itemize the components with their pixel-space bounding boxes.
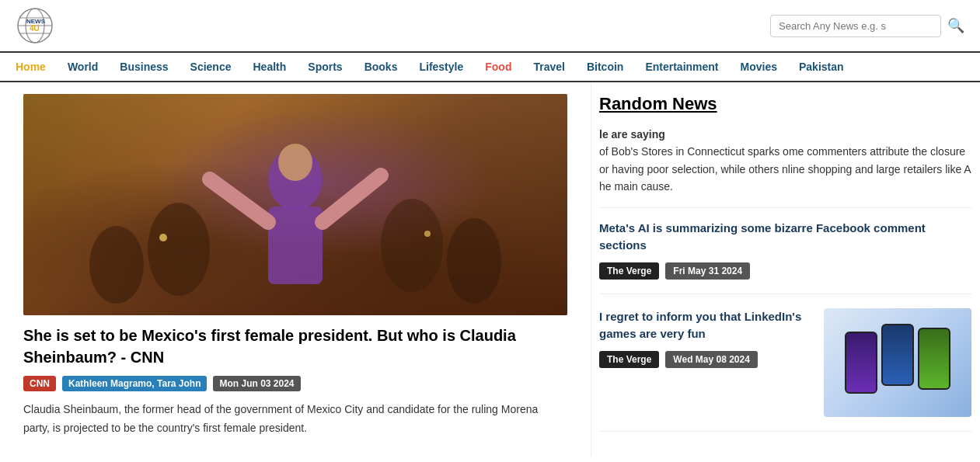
nav-bar: Home World Business Science Health Sport… <box>0 51 980 82</box>
svg-text:4U: 4U <box>30 24 40 33</box>
svg-point-15 <box>89 226 144 304</box>
phone-mockup <box>824 308 971 417</box>
nav-item-movies[interactable]: Movies <box>741 61 777 73</box>
news-card-0: Meta's AI is summarizing some bizarre Fa… <box>599 220 971 294</box>
search-container: 🔍 <box>770 15 964 37</box>
nav-item-pakistan[interactable]: Pakistan <box>799 61 844 73</box>
partial-article-card: le are saying of Bob's Stores in Connect… <box>599 126 971 208</box>
partial-article-text: le are saying of Bob's Stores in Connect… <box>599 126 971 196</box>
logo[interactable]: NEWS 4U <box>16 6 54 45</box>
phone-2 <box>881 324 914 386</box>
nav-item-business[interactable]: Business <box>120 61 168 73</box>
nav-item-travel[interactable]: Travel <box>533 61 564 73</box>
author-badge: Kathleen Magramo, Tara John <box>62 376 207 391</box>
nav-item-home[interactable]: Home <box>16 61 46 73</box>
date-badge: Mon Jun 03 2024 <box>213 376 300 391</box>
phone-1 <box>845 332 877 394</box>
news-badges-0: The Verge Fri May 31 2024 <box>599 262 971 280</box>
svg-point-18 <box>424 231 431 237</box>
news-card-text-0: Meta's AI is summarizing some bizarre Fa… <box>599 220 971 280</box>
header: NEWS 4U 🔍 <box>0 0 980 51</box>
left-column: She is set to be Mexico's first female p… <box>0 82 591 457</box>
partial-headline-fragment: le are saying <box>599 128 665 141</box>
news-headline-1[interactable]: I regret to inform you that LinkedIn's g… <box>599 308 816 343</box>
nav-item-entertainment[interactable]: Entertainment <box>645 61 718 73</box>
svg-rect-9 <box>268 207 323 284</box>
search-button[interactable]: 🔍 <box>947 17 964 34</box>
random-news-title: Random News <box>599 94 971 114</box>
main-content: She is set to be Mexico's first female p… <box>0 82 980 457</box>
nav-item-health[interactable]: Health <box>253 61 287 73</box>
svg-point-16 <box>447 218 501 304</box>
nav-item-bitcoin[interactable]: Bitcoin <box>587 61 623 73</box>
nav-item-world[interactable]: World <box>68 61 98 73</box>
hero-svg <box>23 94 567 315</box>
svg-point-14 <box>381 199 443 292</box>
news-card-1: I regret to inform you that LinkedIn's g… <box>599 308 971 432</box>
news-badges-1: The Verge Wed May 08 2024 <box>599 351 816 368</box>
news-card-image-1 <box>824 308 971 417</box>
article-title[interactable]: She is set to be Mexico's first female p… <box>23 325 567 368</box>
search-input[interactable] <box>770 15 941 37</box>
logo-icon: NEWS 4U <box>16 6 54 45</box>
nav-item-lifestyle[interactable]: Lifestyle <box>419 61 463 73</box>
right-column: Random News le are saying of Bob's Store… <box>591 82 979 457</box>
nav-item-books[interactable]: Books <box>364 61 398 73</box>
news-headline-0[interactable]: Meta's AI is summarizing some bizarre Fa… <box>599 220 971 255</box>
nav-item-food[interactable]: Food <box>485 61 511 73</box>
nav-item-science[interactable]: Science <box>190 61 232 73</box>
svg-point-13 <box>148 203 210 296</box>
source-verge-0: The Verge <box>599 262 659 280</box>
article-meta: CNN Kathleen Magramo, Tara John Mon Jun … <box>23 376 579 391</box>
source-badge: CNN <box>23 376 56 391</box>
hero-image[interactable] <box>23 94 567 315</box>
date-badge-0: Fri May 31 2024 <box>665 262 750 280</box>
svg-point-17 <box>159 234 167 241</box>
article-excerpt: Claudia Sheinbaum, the former head of th… <box>23 401 567 438</box>
phone-3 <box>918 328 950 390</box>
nav-item-sports[interactable]: Sports <box>308 61 342 73</box>
source-verge-1: The Verge <box>599 351 659 368</box>
news-card-text-1: I regret to inform you that LinkedIn's g… <box>599 308 816 417</box>
date-badge-1: Wed May 08 2024 <box>665 351 758 368</box>
svg-point-12 <box>278 144 312 181</box>
partial-article-body: of Bob's Stores in Connecticut sparks om… <box>599 143 971 195</box>
